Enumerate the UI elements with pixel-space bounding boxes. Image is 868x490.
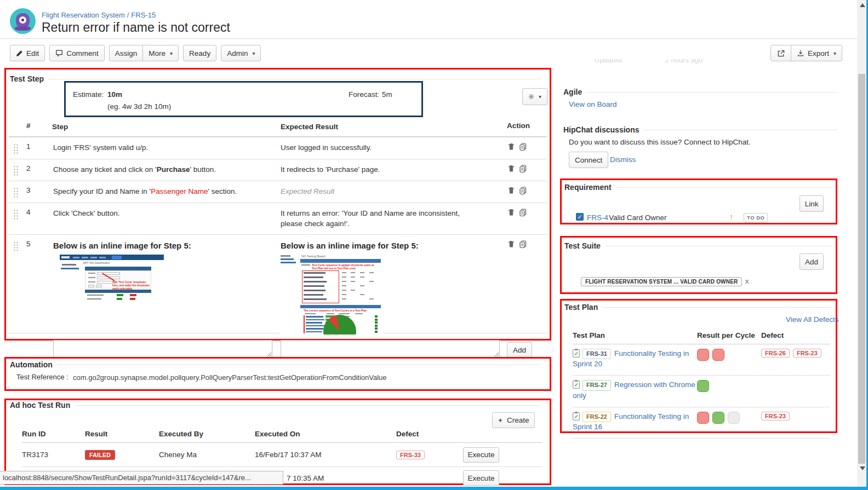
new-step-input[interactable] bbox=[53, 340, 272, 358]
requirement-checkbox[interactable] bbox=[576, 213, 584, 221]
expected-text[interactable]: User logged in successfully. bbox=[269, 142, 495, 153]
step-text[interactable]: Below is an inline image for Step 5: SRT… bbox=[43, 240, 269, 299]
delete-step-icon[interactable] bbox=[507, 142, 516, 151]
requirement-key-link[interactable]: FRS-4 bbox=[587, 214, 608, 222]
expected-text[interactable]: Below is an inline image for Step 5: NG … bbox=[269, 240, 495, 333]
test-plan-key-badge[interactable]: FRS-22 bbox=[583, 412, 611, 422]
defect-badges[interactable]: FRS-26FRS-23 bbox=[761, 349, 830, 358]
test-step-row: 5 Below is an inline image for Step 5: S… bbox=[9, 234, 547, 333]
test-step-table: # Step Expected Result Action 1 Login 'F… bbox=[9, 119, 547, 367]
cycle-result-square-green[interactable] bbox=[697, 380, 709, 392]
test-suite-add-button[interactable]: Add bbox=[800, 253, 824, 270]
test-plan-section-title: Test Plan bbox=[564, 303, 602, 312]
new-expected-result-input[interactable] bbox=[281, 340, 500, 358]
expected-placeholder[interactable]: Expected Result bbox=[269, 186, 495, 197]
test-step-row: 1 Login 'FRS' system valid u/p. User log… bbox=[9, 137, 547, 159]
agile-section-title: Agile bbox=[563, 88, 586, 96]
breadcrumb-project-link[interactable]: Flight Reservation System bbox=[42, 11, 125, 19]
export-download-icon bbox=[797, 49, 804, 57]
executed-on: 16/Feb/17 10:37 AM bbox=[255, 451, 396, 459]
comment-bubble-icon bbox=[55, 49, 63, 57]
test-suite-chip[interactable]: FLIGHT RESERVATION SYSTEM ... VALID CARD… bbox=[581, 277, 742, 286]
copy-step-icon[interactable] bbox=[518, 208, 527, 217]
test-plan-key-badge[interactable]: FRS-27 bbox=[583, 380, 611, 390]
copy-step-icon[interactable] bbox=[518, 240, 527, 249]
delete-step-icon[interactable] bbox=[507, 186, 516, 195]
result-per-cycle[interactable] bbox=[697, 349, 761, 362]
run-id[interactable]: TR3173 bbox=[22, 451, 85, 459]
test-plan-row: FRS-22Functionality Testing in Sprint 16… bbox=[573, 407, 830, 439]
execute-button[interactable]: Execute bbox=[463, 447, 499, 463]
header-divider bbox=[0, 38, 866, 39]
cycle-result-square-red[interactable] bbox=[697, 349, 709, 361]
step-text[interactable]: Choose any ticket and click on 'Purchase… bbox=[43, 164, 269, 175]
expected-text[interactable]: It redirects to 'Purchase' page. bbox=[269, 164, 495, 175]
col-num: # bbox=[26, 122, 43, 130]
requirement-name: Valid Card Owner bbox=[609, 214, 667, 222]
edit-button[interactable]: Edit bbox=[10, 45, 45, 61]
delete-step-icon[interactable] bbox=[507, 164, 516, 173]
drag-handle-icon[interactable] bbox=[13, 209, 18, 220]
scrollbar-down-arrow[interactable] bbox=[860, 466, 865, 470]
scrollbar-up-arrow[interactable] bbox=[860, 3, 865, 7]
create-test-run-button[interactable]: Create bbox=[492, 412, 535, 428]
step-settings-button[interactable] bbox=[522, 88, 547, 105]
requirement-link-button[interactable]: Link bbox=[800, 195, 824, 212]
view-all-defects-link[interactable]: View All Defects bbox=[786, 315, 839, 324]
copy-step-icon[interactable] bbox=[518, 142, 527, 151]
result-per-cycle[interactable] bbox=[697, 412, 761, 425]
more-menu-button[interactable]: More bbox=[142, 45, 179, 61]
cycle-result-square-red[interactable] bbox=[712, 349, 724, 361]
thumb-pie-chart bbox=[323, 315, 356, 335]
defect-link-badge[interactable]: FRS-23 bbox=[761, 412, 790, 420]
cycle-result-square-red[interactable] bbox=[697, 412, 709, 424]
assign-more-group: Assign More bbox=[109, 45, 179, 61]
cycle-result-square-gray[interactable] bbox=[728, 412, 740, 424]
share-button[interactable] bbox=[770, 45, 791, 61]
copy-step-icon[interactable] bbox=[518, 164, 527, 173]
hipchat-connect-button[interactable]: Connect bbox=[569, 152, 608, 168]
step-text[interactable]: Specify your ID and Name in 'Passenger N… bbox=[43, 186, 269, 197]
drag-handle-icon[interactable] bbox=[13, 165, 18, 176]
share-icon bbox=[777, 49, 785, 57]
forecast-label: Forecast: bbox=[349, 90, 379, 99]
copy-step-icon[interactable] bbox=[518, 186, 527, 195]
cycle-result-square-green[interactable] bbox=[712, 412, 724, 424]
step-text[interactable]: Login 'FRS' system valid u/p. bbox=[43, 142, 269, 153]
statusbar-link-preview: localhost:8848/secure/ShowTestRunDetail.… bbox=[0, 471, 283, 485]
inline-image-srt-dashboard[interactable]: SRT NG Dashboard Add 'Test Cycle' dropdo… bbox=[60, 255, 164, 302]
view-on-board-link[interactable]: View on Board bbox=[569, 100, 617, 108]
defect-link-badge[interactable]: FRS-23 bbox=[793, 349, 821, 358]
test-step-row: 3 Specify your ID and Name in 'Passenger… bbox=[9, 181, 547, 203]
issue-type-avatar bbox=[10, 8, 36, 34]
result-per-cycle[interactable] bbox=[697, 380, 761, 394]
delete-step-icon[interactable] bbox=[507, 208, 516, 217]
col-step: Step bbox=[43, 122, 269, 132]
expected-text[interactable]: It returns an error: 'Your ID and Name a… bbox=[269, 208, 483, 229]
defect-link-badge[interactable]: FRS-33 bbox=[396, 451, 425, 459]
execute-button[interactable]: Execute bbox=[463, 470, 499, 486]
inline-image-testing-board[interactable]: NG Testing Board Test Cycle sequence in … bbox=[281, 253, 385, 335]
drag-handle-icon[interactable] bbox=[13, 187, 18, 198]
defect-link-badge[interactable]: FRS-26 bbox=[761, 349, 790, 358]
admin-menu-button[interactable]: Admin bbox=[221, 45, 261, 61]
test-plan-table: Test Plan Result per Cycle Defect FRS-31… bbox=[573, 331, 830, 439]
test-plan-row: FRS-31Functionality Testing in Sprint 20… bbox=[573, 344, 830, 376]
hipchat-dismiss-link[interactable]: Dismiss bbox=[610, 155, 636, 164]
add-step-button[interactable]: Add bbox=[507, 342, 532, 358]
forecast-value: 5m bbox=[382, 90, 392, 99]
drag-handle-icon[interactable] bbox=[13, 143, 18, 154]
breadcrumb-issue-link[interactable]: FRS-15 bbox=[131, 11, 156, 19]
comment-button[interactable]: Comment bbox=[49, 45, 105, 61]
export-button[interactable]: Export bbox=[791, 45, 842, 61]
scrollbar-thumb[interactable] bbox=[858, 74, 865, 464]
assign-button[interactable]: Assign bbox=[109, 45, 144, 61]
chip-remove-icon[interactable]: x bbox=[745, 277, 749, 285]
defect-badges[interactable]: FRS-23 bbox=[761, 412, 830, 420]
step-text[interactable]: Click 'Check' button. bbox=[43, 208, 269, 219]
test-step-section-title: Test Step bbox=[10, 74, 48, 83]
drag-handle-icon[interactable] bbox=[13, 241, 18, 251]
delete-step-icon[interactable] bbox=[507, 240, 516, 249]
test-plan-key-badge[interactable]: FRS-31 bbox=[583, 349, 611, 359]
ready-button[interactable]: Ready bbox=[183, 45, 216, 61]
